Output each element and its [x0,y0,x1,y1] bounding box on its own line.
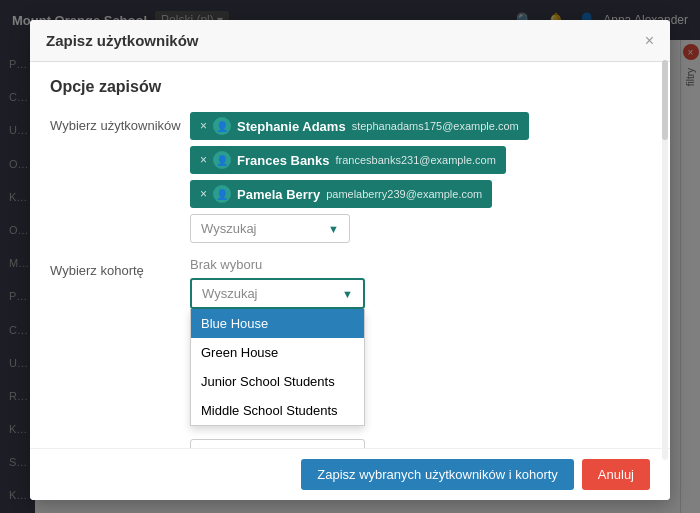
avatar-icon: 👤 [216,121,228,132]
background-page: Mount Orange School Polski (pl) ▾ 🔍 🔔 👤 … [0,0,700,513]
user-search-placeholder: Wyszukaj [201,221,257,236]
user-email-frances: francesbanks231@example.com [336,154,496,166]
select-users-row: Wybierz użytkowników × 👤 Stephanie Adams… [50,112,650,243]
user-email-pamela: pamelaberry239@example.com [326,188,482,200]
remove-stephanie-btn[interactable]: × [200,119,207,133]
user-search-select[interactable]: Wyszukaj ▼ [190,214,350,243]
user-name-pamela: Pamela Berry [237,187,320,202]
avatar-icon: 👤 [216,189,228,200]
avatar-stephanie: 👤 [213,117,231,135]
search-arrow-icon: ▼ [328,223,339,235]
role-search-input[interactable]: Wyszukaj ▼ [190,439,365,448]
user-tags-list: × 👤 Stephanie Adams stephanadams175@exam… [190,112,650,208]
cohort-option-blue-house[interactable]: Blue House [191,309,364,338]
user-tag-pamela: × 👤 Pamela Berry pamelaberry239@example.… [190,180,492,208]
modal-header: Zapisz użytkowników × [30,20,670,62]
save-button[interactable]: Zapisz wybranych użytkowników i kohorty [301,459,574,490]
user-name-frances: Frances Banks [237,153,330,168]
avatar-frances: 👤 [213,151,231,169]
modal-title: Zapisz użytkowników [46,32,199,49]
cohort-dropdown-container: Wyszukaj ▼ Blue House Green House [190,278,650,309]
select-users-label: Wybierz użytkowników [50,112,190,133]
user-email-stephanie: stephanadams175@example.com [352,120,519,132]
remove-frances-btn[interactable]: × [200,153,207,167]
scroll-track [662,60,668,460]
user-tag-frances: × 👤 Frances Banks francesbanks231@exampl… [190,146,506,174]
modal-dialog: Zapisz użytkowników × Opcje zapisów Wybi… [30,20,670,500]
modal-overlay: Zapisz użytkowników × Opcje zapisów Wybi… [0,0,700,513]
select-cohort-label: Wybierz kohortę [50,257,190,278]
cohort-search-placeholder: Wyszukaj [202,286,258,301]
avatar-icon: 👤 [216,155,228,166]
modal-body: Opcje zapisów Wybierz użytkowników × 👤 [30,62,670,448]
select-cohort-row: Wybierz kohortę Brak wyboru Wyszukaj ▼ [50,257,650,309]
cohort-search-box[interactable]: Wyszukaj ▼ [190,278,365,309]
role-control: Wyszukaj ▼ [190,439,650,448]
cohort-dropdown-list: Blue House Green House Junior School Stu… [190,309,365,426]
cohort-option-green-house[interactable]: Green House [191,338,364,367]
scroll-thumb[interactable] [662,60,668,140]
user-name-stephanie: Stephanie Adams [237,119,346,134]
section-title: Opcje zapisów [50,78,650,96]
users-control: × 👤 Stephanie Adams stephanadams175@exam… [190,112,650,243]
assign-role-label: przypisz role [50,439,190,448]
cohort-no-selection-text: Brak wyboru [190,257,650,272]
modal-close-button[interactable]: × [645,33,654,49]
cohort-option-middle-school[interactable]: Middle School Students [191,396,364,425]
remove-pamela-btn[interactable]: × [200,187,207,201]
cohort-control: Brak wyboru Wyszukaj ▼ Blue Hous [190,257,650,309]
assign-role-row: przypisz role Wyszukaj ▼ [50,439,650,448]
avatar-pamela: 👤 [213,185,231,203]
cohort-option-junior-school[interactable]: Junior School Students [191,367,364,396]
modal-footer: Zapisz wybranych użytkowników i kohorty … [30,448,670,500]
user-tag-stephanie: × 👤 Stephanie Adams stephanadams175@exam… [190,112,529,140]
user-search-dropdown: Wyszukaj ▼ [190,214,650,243]
cancel-button[interactable]: Anuluj [582,459,650,490]
cohort-arrow-icon: ▼ [342,288,353,300]
